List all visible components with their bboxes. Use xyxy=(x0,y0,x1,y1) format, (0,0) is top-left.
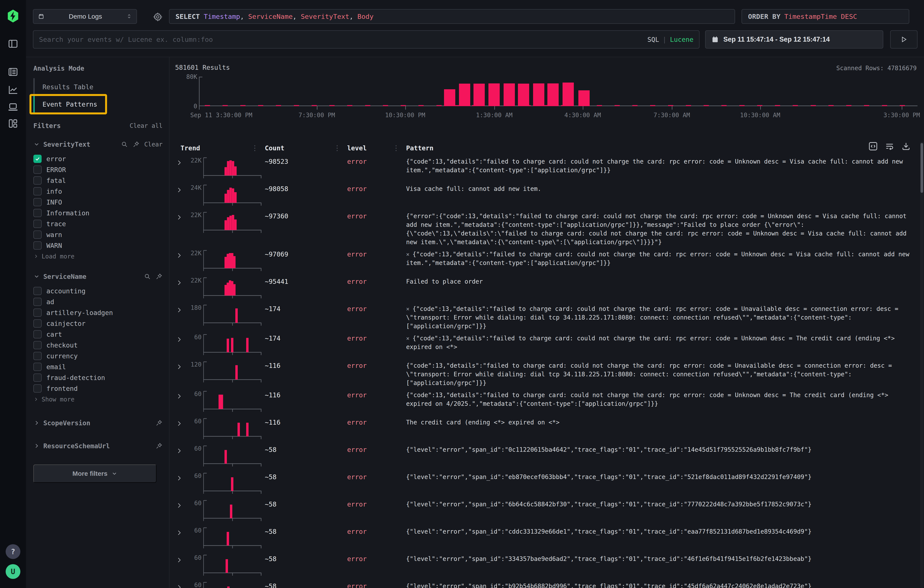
pin-icon[interactable] xyxy=(155,420,163,427)
sidebar-toggle-icon[interactable] xyxy=(7,38,19,49)
row-expand-icon[interactable] xyxy=(176,423,183,428)
more-filters-button[interactable]: More filters xyxy=(33,464,157,483)
pattern-text[interactable]: {"code":13,"details":"failed to charge c… xyxy=(406,156,920,175)
filter-option-cart[interactable]: cart xyxy=(33,329,163,340)
pattern-text[interactable]: ×{"code":13,"details":"failed to charge … xyxy=(406,333,920,351)
wrap-lines-icon[interactable] xyxy=(884,141,894,151)
pattern-row[interactable]: 180 ~174 error ×{"code":13,"details":"fa… xyxy=(175,301,920,331)
filter-option-ad[interactable]: ad xyxy=(33,296,163,307)
row-expand-icon[interactable] xyxy=(176,339,183,344)
column-resize-handle[interactable]: ⋮ xyxy=(251,144,258,152)
select-query-editor[interactable]: SELECT Timestamp, ServiceName, SeverityT… xyxy=(169,9,735,24)
filter-option-warn[interactable]: warn xyxy=(33,229,163,240)
chevron-down-icon[interactable] xyxy=(33,141,40,148)
scrollbar[interactable] xyxy=(920,142,924,588)
pin-icon[interactable] xyxy=(133,141,140,148)
filter-option-checkout[interactable]: checkout xyxy=(33,340,163,351)
pattern-row[interactable]: 60 ~116 error The credit card (ending <*… xyxy=(175,415,920,442)
filter-option-info[interactable]: info xyxy=(33,186,163,197)
filter-group-name[interactable]: SeverityText xyxy=(43,141,90,148)
mode-sql[interactable]: SQL xyxy=(647,36,659,43)
search-icon[interactable] xyxy=(144,273,151,280)
column-resize-handle[interactable]: ⋮ xyxy=(334,144,341,152)
filter-option-artillery-loadgen[interactable]: artillery-loadgen xyxy=(33,307,163,318)
pattern-text[interactable]: ×{"code":13,"details":"failed to charge … xyxy=(406,304,920,331)
run-query-button[interactable] xyxy=(890,30,917,49)
chevron-right-icon[interactable] xyxy=(33,420,40,426)
checkbox-unchecked[interactable] xyxy=(33,176,41,184)
pattern-row[interactable]: 24K ~98058 error Visa cache full: cannot… xyxy=(175,181,920,208)
app-logo-icon[interactable] xyxy=(6,9,20,23)
column-resize-handle[interactable]: ⋮ xyxy=(393,144,399,152)
pattern-text[interactable]: {"level":"error","span_id":"b92b54b6882b… xyxy=(406,581,920,588)
row-expand-icon[interactable] xyxy=(176,506,183,510)
pattern-text[interactable]: Failed to place order xyxy=(406,277,920,286)
filter-option-info[interactable]: INFO xyxy=(33,197,163,208)
row-expand-icon[interactable] xyxy=(176,533,183,537)
filter-group-name[interactable]: ScopeVersion xyxy=(43,419,90,427)
exclude-pattern-icon[interactable]: × xyxy=(406,251,409,258)
clear-all-button[interactable]: Clear all xyxy=(130,122,163,129)
checkbox-unchecked[interactable] xyxy=(33,384,41,393)
checkbox-unchecked[interactable] xyxy=(33,330,41,338)
scrollbar-thumb[interactable] xyxy=(921,143,923,193)
checkbox-unchecked[interactable] xyxy=(33,298,41,306)
help-button[interactable]: ? xyxy=(6,544,20,559)
pattern-text[interactable]: {"level":"error","span_id":"eb870ecef063… xyxy=(406,472,920,481)
checkbox-unchecked[interactable] xyxy=(33,352,41,360)
analysis-mode-event-patterns[interactable]: Event Patterns xyxy=(33,96,105,113)
exclude-pattern-icon[interactable]: × xyxy=(406,335,409,342)
pattern-row[interactable]: 22K ~98523 error {"code":13,"details":"f… xyxy=(175,154,920,181)
filter-option-frontend[interactable]: frontend xyxy=(33,383,163,394)
row-expand-icon[interactable] xyxy=(176,396,183,400)
row-expand-icon[interactable] xyxy=(176,310,183,314)
filter-option-fatal[interactable]: fatal xyxy=(33,175,163,186)
column-header-trend[interactable]: Trend xyxy=(180,144,200,152)
checkbox-unchecked[interactable] xyxy=(33,287,41,295)
filter-option-currency[interactable]: currency xyxy=(33,351,163,361)
row-expand-icon[interactable] xyxy=(176,451,183,455)
view-source-icon[interactable] xyxy=(868,141,878,151)
source-select[interactable]: Demo Logs xyxy=(33,9,137,24)
filter-option-information[interactable]: Information xyxy=(33,208,163,218)
pattern-text[interactable]: {"code":13,"details":"failed to charge c… xyxy=(406,361,920,387)
pattern-text[interactable]: {"level":"error","span_id":"6b64c6c58842… xyxy=(406,499,920,509)
chevron-down-icon[interactable] xyxy=(33,273,40,280)
analysis-mode-results-table[interactable]: Results Table xyxy=(33,78,105,96)
filter-option-error[interactable]: error xyxy=(33,153,163,164)
filter-option-error[interactable]: ERROR xyxy=(33,164,163,175)
show-more-button[interactable]: Show more xyxy=(33,394,163,405)
row-expand-icon[interactable] xyxy=(176,217,183,221)
histogram-plot[interactable]: Sep 11 3:30:00 PM7:30:00 PM10:30:00 PM1:… xyxy=(199,77,917,106)
checkbox-unchecked[interactable] xyxy=(33,198,41,206)
pattern-row[interactable]: 22K ~97069 error ×{"code":13,"details":"… xyxy=(175,247,920,274)
checkbox-unchecked[interactable] xyxy=(33,209,41,217)
pattern-text[interactable]: {"code":13,"details":"failed to charge c… xyxy=(406,390,920,408)
pattern-text[interactable]: Visa cache full: cannot add new item. xyxy=(406,184,920,193)
filter-option-fraud-detection[interactable]: fraud-detection xyxy=(33,372,163,383)
checkbox-unchecked[interactable] xyxy=(33,363,41,371)
filter-clear-button[interactable]: Clear xyxy=(144,141,163,148)
pattern-text[interactable]: The credit card (ending <*> expired on <… xyxy=(406,417,920,427)
filter-option-trace[interactable]: trace xyxy=(33,218,163,229)
pattern-text[interactable]: {"level":"error","span_id":"0c11220615ba… xyxy=(406,445,920,454)
checkbox-unchecked[interactable] xyxy=(33,166,41,174)
column-header-pattern[interactable]: Pattern xyxy=(406,144,433,152)
user-avatar[interactable]: U xyxy=(6,564,20,579)
pattern-row[interactable]: 60 ~58 error {"level":"error","span_id":… xyxy=(175,578,920,588)
filter-option-warn[interactable]: WARN xyxy=(33,240,163,251)
filter-group-name[interactable]: ServiceName xyxy=(43,273,86,280)
checkbox-unchecked[interactable] xyxy=(33,220,41,228)
column-header-level[interactable]: level xyxy=(347,144,367,152)
dashboards-icon[interactable] xyxy=(7,118,19,129)
sessions-icon[interactable] xyxy=(7,101,19,113)
row-expand-icon[interactable] xyxy=(176,560,183,564)
checkbox-unchecked[interactable] xyxy=(33,320,41,328)
gear-icon[interactable] xyxy=(153,12,163,21)
search-input[interactable] xyxy=(39,36,647,43)
pattern-row[interactable]: 60 ~58 error {"level":"error","span_id":… xyxy=(175,497,920,524)
pattern-row[interactable]: 60 ~58 error {"level":"error","span_id":… xyxy=(175,469,920,497)
row-expand-icon[interactable] xyxy=(176,190,183,194)
checkbox-checked[interactable] xyxy=(33,155,41,163)
row-expand-icon[interactable] xyxy=(176,163,183,167)
